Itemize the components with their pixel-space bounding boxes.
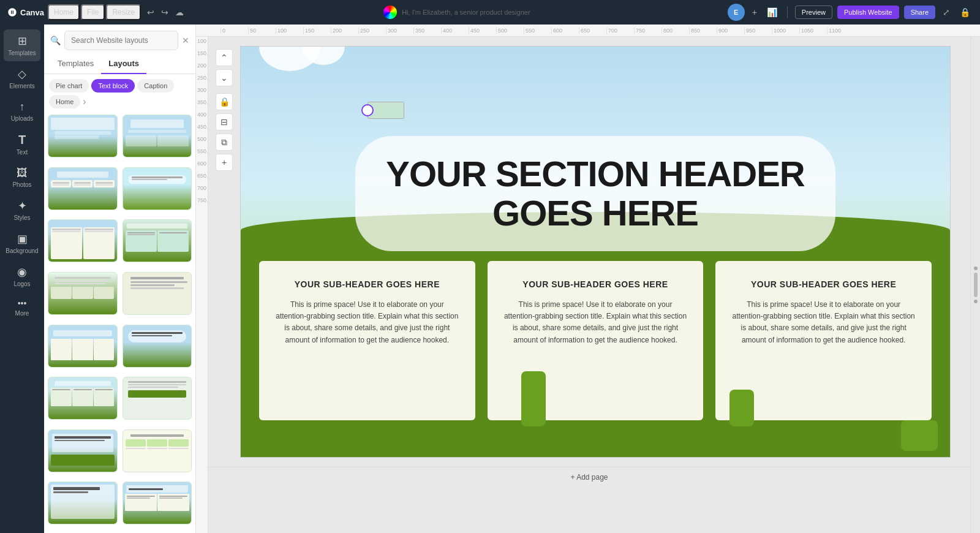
- card-body-3: This is prime space! Use it to elaborate…: [731, 299, 916, 346]
- layout-thumb[interactable]: [48, 325, 118, 368]
- icon-sidebar: ⊞ Templates ◇ Elements ↑ Uploads T Text …: [0, 25, 44, 533]
- green-accent-1: [521, 371, 546, 426]
- sidebar-item-uploads[interactable]: ↑ Uploads: [4, 96, 40, 127]
- ruler-mark: 150: [303, 28, 331, 34]
- sidebar-item-text[interactable]: T Text: [4, 128, 40, 161]
- background-icon: ▣: [17, 232, 28, 246]
- ruler-mark: 300: [386, 28, 413, 34]
- sidebar-item-styles[interactable]: ✦ Styles: [4, 194, 40, 226]
- card-body-2: This is prime space! Use it to elaborate…: [503, 299, 688, 346]
- layout-thumb[interactable]: [48, 429, 118, 472]
- green-accent-3: [901, 420, 938, 451]
- sidebar-item-logos[interactable]: ◉ Logos: [4, 260, 40, 292]
- sidebar-item-templates[interactable]: ⊞ Templates: [4, 29, 40, 61]
- ruler-top: 0 50 100 150 200 250 300 350 400 450 500…: [196, 25, 980, 37]
- ruler-mark: 350: [413, 28, 441, 34]
- layout-thumb[interactable]: [123, 167, 192, 210]
- tab-layouts[interactable]: Layouts: [101, 54, 146, 74]
- elements-icon: ◇: [18, 67, 26, 81]
- file-menu-item[interactable]: File: [81, 4, 105, 20]
- filter-arrow-right[interactable]: ›: [83, 95, 86, 108]
- expand-icon[interactable]: ⤢: [940, 6, 952, 18]
- scroll-indicator: [970, 37, 980, 533]
- panel-tabs: Templates Layouts: [44, 54, 195, 74]
- ruler-mark: 750: [634, 28, 662, 34]
- layout-thumb[interactable]: [123, 325, 192, 368]
- home-menu-item[interactable]: Home: [48, 4, 80, 20]
- scroll-thumb[interactable]: [974, 273, 978, 297]
- scroll-dot-bottom: [974, 300, 978, 303]
- ruler-mark: 950: [744, 28, 772, 34]
- canvas-tool-expand[interactable]: ⌄: [216, 69, 233, 86]
- ruler-mark: 900: [717, 28, 744, 34]
- filter-home[interactable]: Home: [49, 95, 80, 108]
- preview-button[interactable]: Preview: [795, 6, 832, 19]
- layout-thumb[interactable]: [123, 219, 192, 262]
- canvas-tool-add[interactable]: +: [216, 154, 233, 171]
- layout-thumb[interactable]: [48, 377, 118, 420]
- resize-menu-item[interactable]: Resize: [106, 4, 141, 20]
- main-area: ⊞ Templates ◇ Elements ↑ Uploads T Text …: [0, 25, 980, 533]
- uploads-icon: ↑: [20, 100, 25, 113]
- color-picker-circle[interactable]: [383, 6, 397, 19]
- user-avatar: E: [728, 4, 745, 21]
- sidebar-item-more[interactable]: ••• More: [4, 293, 40, 322]
- cloud-save-button[interactable]: ☁: [173, 6, 186, 18]
- header-line1: YOUR SECTION HEADER: [386, 154, 805, 194]
- redo-button[interactable]: ↪: [159, 6, 171, 18]
- layout-thumb[interactable]: [48, 167, 118, 210]
- ruler-mark: 0: [221, 28, 248, 34]
- drag-handle[interactable]: [361, 104, 374, 116]
- topbar-center: Hi, I'm Elizabeth, a senior product desi…: [191, 6, 723, 19]
- canvas-left-tools: ⌃ ⌄ 🔒 ⊟ ⧉ +: [216, 49, 233, 171]
- layout-thumb[interactable]: [48, 219, 118, 262]
- logos-icon: ◉: [17, 265, 27, 279]
- sidebar-item-background[interactable]: ▣ Background: [4, 227, 40, 259]
- green-accent-2: [729, 390, 754, 426]
- layout-thumb[interactable]: [123, 115, 192, 157]
- analytics-button[interactable]: 📊: [764, 6, 780, 18]
- sidebar-item-photos[interactable]: 🖼 Photos: [4, 162, 40, 193]
- add-page-button[interactable]: + Add page: [570, 473, 608, 482]
- canvas-scroll[interactable]: ⌃ ⌄ 🔒 ⊟ ⧉ +: [208, 37, 970, 533]
- ruler-mark: 1100: [827, 28, 854, 34]
- canvas-tool-lock[interactable]: 🔒: [216, 93, 233, 110]
- filter-caption[interactable]: Caption: [137, 79, 174, 93]
- ruler-mark: 650: [579, 28, 606, 34]
- publish-button[interactable]: Publish Website: [837, 6, 899, 19]
- add-collaborator-button[interactable]: +: [750, 6, 760, 18]
- layout-thumb[interactable]: [48, 272, 118, 315]
- text-icon: T: [18, 133, 26, 147]
- layout-thumb[interactable]: [48, 115, 118, 157]
- canvas-tool-grid[interactable]: ⊟: [216, 113, 233, 130]
- styles-icon: ✦: [18, 199, 27, 213]
- canvas-tool-collapse[interactable]: ⌃: [216, 49, 233, 66]
- templates-label: Templates: [8, 50, 36, 56]
- card-body-1: This is prime space! Use it to elaborate…: [274, 299, 460, 346]
- lock-icon[interactable]: 🔒: [957, 6, 973, 18]
- filter-text-block[interactable]: Text block: [91, 79, 135, 93]
- tab-templates[interactable]: Templates: [50, 54, 101, 74]
- ruler-mark: 50: [248, 28, 276, 34]
- filter-pie-chart[interactable]: Pie chart: [49, 79, 89, 93]
- content-card-2: YOUR SUB-HEADER GOES HERE This is prime …: [488, 261, 704, 420]
- layout-thumb[interactable]: [123, 377, 192, 420]
- layout-thumb[interactable]: [123, 429, 192, 472]
- search-input[interactable]: [64, 31, 178, 50]
- elements-label: Elements: [9, 83, 35, 89]
- layout-thumb[interactable]: [48, 482, 118, 524]
- topbar-divider: [787, 6, 788, 18]
- share-button[interactable]: Share: [904, 6, 935, 19]
- brand-logo[interactable]: Canva: [7, 7, 44, 17]
- page-canvas: YOUR SECTION HEADER GOES HERE 🐄: [240, 46, 951, 458]
- clear-search-icon[interactable]: ✕: [182, 36, 189, 45]
- more-icon: •••: [18, 298, 27, 308]
- canvas-tool-layers[interactable]: ⧉: [216, 134, 233, 151]
- templates-icon: ⊞: [18, 34, 27, 48]
- layout-thumb[interactable]: [123, 482, 192, 524]
- layout-thumb[interactable]: [123, 272, 192, 315]
- sidebar-item-elements[interactable]: ◇ Elements: [4, 62, 40, 94]
- undo-button[interactable]: ↩: [145, 6, 157, 18]
- canvas-bottom-section: YOUR SUB-HEADER GOES HERE This is prime …: [241, 279, 950, 457]
- ruler-mark: 500: [496, 28, 524, 34]
